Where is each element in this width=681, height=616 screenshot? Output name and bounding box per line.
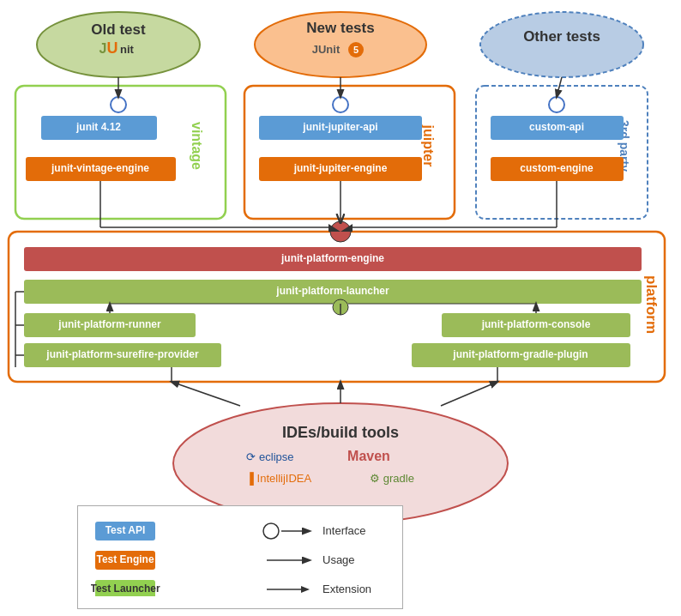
svg-line-45 [172,382,240,406]
legend-api-label: Test API [105,524,146,536]
junit412-box: junit 4.12 [75,121,121,133]
diagram-container: Old test J U nit New tests JUnit 5 Other… [0,0,681,616]
jupiter-label: juipter [421,124,436,167]
platform-runner-box: junit-platform-runner [57,318,161,330]
legend-svg: Test API Interface Test Engine Usage Tes… [91,515,400,596]
svg-line-47 [441,382,497,406]
legend-interface-label: Interface [322,524,366,537]
junit-u: U [107,39,118,57]
svg-point-3 [480,12,643,77]
vintage-label: vintage [190,122,204,170]
intellij-label: ▐ IntellijIDEA [246,472,312,486]
eclipse-label: ⟳ eclipse [246,450,293,463]
legend-box: Test API Interface Test Engine Usage Tes… [77,505,403,609]
custom-engine-box: custom-engine [520,162,594,174]
vintage-engine-box: junit-vintage-engine [51,162,149,174]
legend-usage-label: Usage [322,553,355,566]
legend-launcher-label: Test Launcher [91,583,160,595]
jupiter-api-box: junit-jupiter-api [302,121,377,133]
platform-engine-box: junit-platform-engine [280,252,384,264]
svg-point-12 [333,97,348,112]
old-test-label: Old test [91,21,146,38]
platform-console-box: junit-platform-console [481,318,591,330]
custom-api-box: custom-api [529,121,584,133]
svg-point-52 [263,523,279,539]
svg-line-18 [557,77,562,97]
svg-point-7 [111,97,126,112]
svg-point-17 [549,97,564,112]
platform-surefire-box: junit-platform-surefire-provider [45,348,199,360]
legend-extension-label: Extension [322,583,371,595]
junit5-label: JUnit [312,43,340,56]
junit-j: J [99,41,107,56]
gradle-label: ⚙ gradle [370,472,414,485]
ides-label: IDEs/build tools [282,424,399,441]
platform-label: platform [643,275,660,334]
maven-label: Maven [347,449,390,463]
junit-nit: nit [120,43,135,56]
platform-launcher-box: junit-platform-launcher [275,285,389,297]
legend-engine-label: Test Engine [96,553,154,565]
jupiter-engine-box: junit-jupiter-engine [293,162,388,174]
platform-gradle-box: junit-platform-gradle-plugin [452,348,588,360]
junit5-num: 5 [353,45,359,55]
other-tests-label: Other tests [523,28,600,45]
svg-marker-58 [301,586,310,593]
new-tests-label: New tests [306,20,374,36]
